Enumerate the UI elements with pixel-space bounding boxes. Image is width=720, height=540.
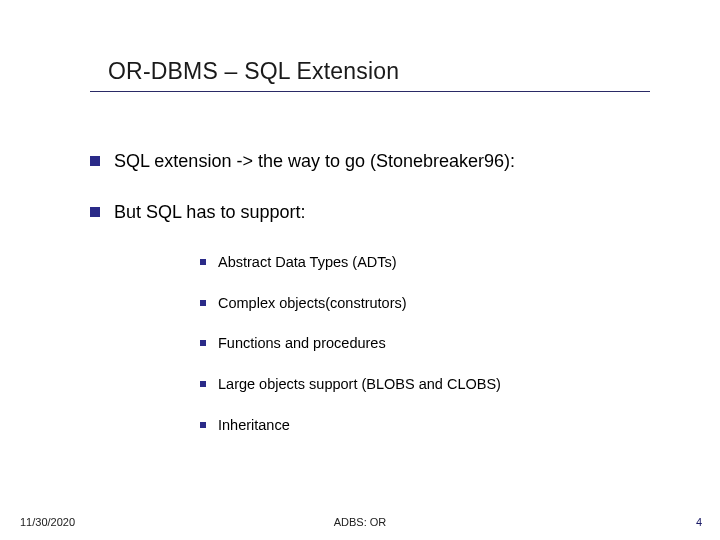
square-bullet-icon (90, 207, 100, 217)
list-item-text: Inheritance (218, 416, 290, 435)
list-item: SQL extension -> the way to go (Stonebre… (90, 150, 660, 173)
square-bullet-icon (200, 422, 206, 428)
list-item: Large objects support (BLOBS and CLOBS) (200, 375, 660, 394)
square-bullet-icon (200, 381, 206, 387)
slide: OR-DBMS – SQL Extension SQL extension ->… (0, 0, 720, 540)
title-underline (90, 91, 650, 92)
square-bullet-icon (200, 340, 206, 346)
page-number: 4 (696, 516, 702, 528)
content-area: SQL extension -> the way to go (Stonebre… (90, 150, 660, 457)
square-bullet-icon (200, 300, 206, 306)
square-bullet-icon (200, 259, 206, 265)
list-item-text: But SQL has to support: (114, 201, 305, 224)
footer: 11/30/2020 ADBS: OR 4 (0, 508, 720, 528)
title-block: OR-DBMS – SQL Extension (108, 58, 680, 92)
list-item-text: Large objects support (BLOBS and CLOBS) (218, 375, 501, 394)
list-item-text: Complex objects(construtors) (218, 294, 407, 313)
sub-list: Abstract Data Types (ADTs) Complex objec… (200, 253, 660, 435)
slide-title: OR-DBMS – SQL Extension (108, 58, 680, 85)
list-item: But SQL has to support: (90, 201, 660, 224)
list-item-text: Functions and procedures (218, 334, 386, 353)
list-item: Complex objects(construtors) (200, 294, 660, 313)
footer-center-text: ADBS: OR (0, 516, 720, 528)
list-item: Abstract Data Types (ADTs) (200, 253, 660, 272)
list-item: Inheritance (200, 416, 660, 435)
list-item-text: Abstract Data Types (ADTs) (218, 253, 397, 272)
square-bullet-icon (90, 156, 100, 166)
list-item: Functions and procedures (200, 334, 660, 353)
list-item-text: SQL extension -> the way to go (Stonebre… (114, 150, 515, 173)
